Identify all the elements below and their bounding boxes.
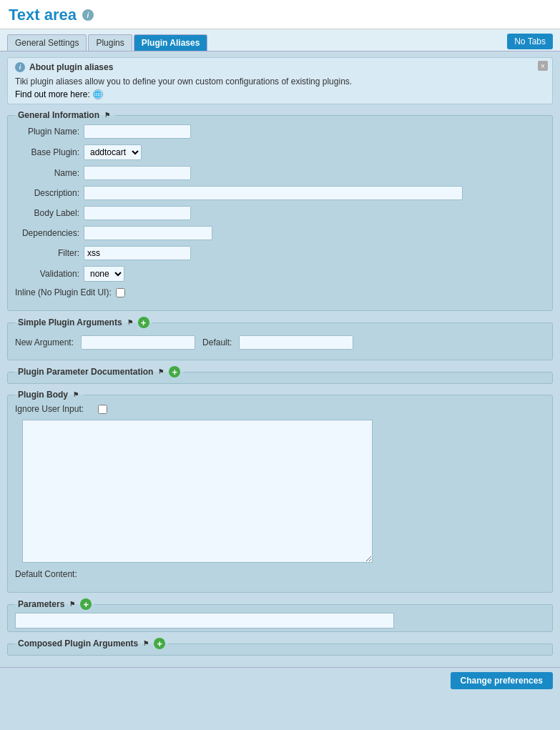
textarea-container — [22, 420, 545, 565]
description-input[interactable] — [84, 186, 463, 200]
main-content: i About plugin aliases × Tiki plugin ali… — [0, 51, 560, 667]
filter-input[interactable] — [84, 246, 191, 260]
parameters-icon: ⚑ — [67, 599, 77, 609]
name-label: Name: — [15, 168, 79, 178]
world-icon[interactable]: 🌐 — [93, 89, 103, 99]
general-info-section: General Information ⚑ Plugin Name: Base … — [7, 110, 553, 311]
arguments-row: New Argument: Default: — [15, 332, 545, 352]
parameters-add-icon[interactable]: + — [80, 598, 92, 610]
body-label-input[interactable] — [84, 206, 191, 220]
default-label: Default: — [202, 337, 232, 347]
info-circle-icon: i — [15, 62, 25, 72]
plugin-param-doc-section: Plugin Parameter Documentation ⚑ + — [7, 366, 553, 384]
base-plugin-row: Base Plugin: addtocart — [15, 144, 545, 160]
tab-general-settings[interactable]: General Settings — [7, 34, 87, 51]
validation-select[interactable]: none — [84, 266, 124, 282]
general-info-icon: ⚑ — [102, 110, 112, 120]
dependencies-row: Dependencies: — [15, 226, 545, 240]
filter-label: Filter: — [15, 248, 79, 258]
ignore-user-input-checkbox[interactable] — [98, 405, 107, 414]
default-content-label: Default Content: — [15, 569, 87, 579]
info-box-close-button[interactable]: × — [538, 61, 548, 71]
body-textarea[interactable] — [22, 420, 373, 563]
parameters-section: Parameters ⚑ + — [7, 598, 553, 632]
simple-args-icon: ⚑ — [125, 317, 135, 327]
tab-bar: General Settings Plugins Plugin Aliases … — [0, 29, 560, 51]
new-argument-input[interactable] — [81, 335, 195, 350]
inline-checkbox[interactable] — [116, 288, 125, 297]
footer: Change preferences — [0, 667, 560, 694]
inline-label: Inline (No Plugin Edit UI): — [15, 287, 112, 297]
no-tabs-button[interactable]: No Tabs — [507, 34, 553, 49]
base-plugin-select[interactable]: addtocart — [84, 144, 142, 160]
simple-plugin-args-legend: Simple Plugin Arguments ⚑ + — [15, 317, 152, 328]
default-input[interactable] — [239, 335, 353, 350]
body-label-label: Body Label: — [15, 208, 79, 218]
change-preferences-button[interactable]: Change preferences — [451, 672, 553, 689]
plugin-name-label: Plugin Name: — [15, 127, 79, 137]
inline-row: Inline (No Plugin Edit UI): — [15, 287, 545, 297]
simple-plugin-args-section: Simple Plugin Arguments ⚑ + New Argument… — [7, 317, 553, 360]
info-box-title: About plugin aliases — [29, 62, 113, 72]
description-label: Description: — [15, 188, 79, 198]
composed-plugin-args-legend: Composed Plugin Arguments ⚑ + — [15, 638, 168, 649]
ignore-user-input-row: Ignore User Input: — [15, 404, 545, 414]
name-input[interactable] — [84, 166, 191, 180]
page-title: Text area — [9, 6, 77, 24]
plugin-body-icon: ⚑ — [71, 390, 81, 400]
composed-args-add-icon[interactable]: + — [154, 638, 165, 649]
name-row: Name: — [15, 166, 545, 180]
validation-label: Validation: — [15, 269, 79, 279]
info-box: i About plugin aliases × Tiki plugin ali… — [7, 57, 553, 104]
ignore-user-input-label: Ignore User Input: — [15, 404, 94, 414]
param-doc-add-icon[interactable]: + — [169, 366, 180, 378]
general-info-legend: General Information ⚑ — [15, 110, 115, 120]
description-row: Description: — [15, 186, 545, 200]
plugin-body-legend: Plugin Body ⚑ — [15, 390, 84, 400]
plugin-body-section: Plugin Body ⚑ Ignore User Input: Default… — [7, 390, 553, 593]
plugin-name-input[interactable] — [84, 124, 191, 139]
page-header: Text area i — [0, 0, 560, 29]
tab-plugins[interactable]: Plugins — [88, 34, 132, 51]
plugin-name-row: Plugin Name: — [15, 124, 545, 139]
composed-args-icon: ⚑ — [141, 638, 151, 648]
info-box-text2: Find out more here: — [15, 89, 90, 99]
info-box-text1: Tiki plugin aliases allow you to define … — [15, 75, 545, 88]
filter-row: Filter: — [15, 246, 545, 260]
composed-plugin-args-section: Composed Plugin Arguments ⚑ + — [7, 638, 553, 656]
parameters-input[interactable] — [15, 613, 394, 628]
info-box-link-row: Find out more here: 🌐 — [15, 89, 545, 99]
info-box-header: i About plugin aliases — [15, 62, 545, 72]
simple-args-add-icon[interactable]: + — [138, 317, 149, 328]
new-argument-label: New Argument: — [15, 337, 74, 347]
body-label-row: Body Label: — [15, 206, 545, 220]
header-info-icon[interactable]: i — [82, 9, 94, 21]
default-content-row: Default Content: — [15, 569, 545, 579]
dependencies-label: Dependencies: — [15, 228, 79, 238]
parameters-legend: Parameters ⚑ + — [15, 598, 94, 610]
tab-plugin-aliases[interactable]: Plugin Aliases — [134, 34, 208, 51]
dependencies-input[interactable] — [84, 226, 212, 240]
param-doc-icon: ⚑ — [156, 367, 166, 377]
tabs-container: General Settings Plugins Plugin Aliases — [7, 34, 207, 51]
validation-row: Validation: none — [15, 266, 545, 282]
base-plugin-label: Base Plugin: — [15, 147, 79, 157]
plugin-param-doc-legend: Plugin Parameter Documentation ⚑ + — [15, 366, 183, 378]
